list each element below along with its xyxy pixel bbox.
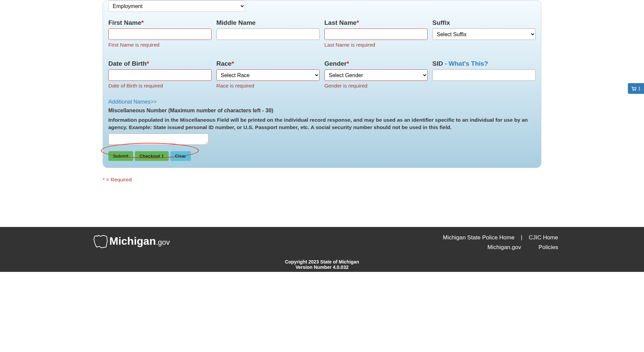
first-name-label: First Name* — [108, 19, 212, 26]
footer-copyright: Copyright 2023 State of Michigan — [0, 259, 644, 265]
first-name-error: First Name is required — [108, 42, 212, 48]
gender-select[interactable]: Select Gender — [324, 69, 428, 81]
dob-input[interactable] — [108, 69, 212, 81]
reason-select[interactable]: Employment — [108, 0, 245, 12]
cart-tab[interactable]: 1 — [628, 83, 644, 94]
footer-links: Michigan State Police Home | CJIC Home M… — [443, 233, 558, 252]
misc-label: Miscellaneous Number (Maximum number of … — [108, 108, 536, 114]
last-name-label: Last Name* — [324, 19, 428, 26]
last-name-input[interactable] — [324, 28, 428, 40]
footer-link-msp[interactable]: Michigan State Police Home — [443, 234, 515, 241]
submit-button[interactable]: Submit — [108, 151, 133, 161]
middle-name-label: Middle Name — [216, 19, 320, 26]
michigan-logo-icon — [93, 234, 108, 248]
footer: Michigan.gov Michigan State Police Home … — [0, 227, 644, 272]
suffix-label: Suffix — [432, 19, 536, 26]
checkout-button[interactable]: Checkout 1 — [135, 151, 169, 161]
cart-count: 1 — [638, 86, 641, 91]
footer-link-cjic[interactable]: CJIC Home — [529, 234, 558, 241]
sid-label: SID - What's This? — [432, 60, 536, 67]
cart-icon — [631, 86, 636, 91]
misc-textarea[interactable] — [108, 133, 209, 145]
footer-logo: Michigan.gov — [93, 234, 170, 248]
race-label: Race* — [216, 60, 320, 67]
dob-label: Date of Birth* — [108, 60, 212, 67]
sid-input[interactable] — [432, 69, 536, 81]
dob-error: Date of Birth is required — [108, 83, 212, 89]
footer-link-michigan[interactable]: Michigan.gov — [487, 244, 521, 250]
required-legend: * = Required — [103, 177, 541, 183]
footer-logo-text: Michigan.gov — [109, 235, 170, 247]
sid-whats-this-link[interactable]: - What's This? — [445, 60, 488, 67]
suffix-select[interactable]: Select Suffix — [432, 28, 536, 40]
race-error: Race is required — [216, 83, 320, 89]
last-name-error: Last Name is required — [324, 42, 428, 48]
middle-name-input[interactable] — [216, 28, 320, 40]
first-name-input[interactable] — [108, 28, 212, 40]
clear-button[interactable]: Clear — [170, 151, 191, 161]
misc-info: Information populated in the Miscellaneo… — [108, 116, 536, 131]
footer-version: Version Number 4.0.032 — [0, 265, 644, 270]
additional-names-link[interactable]: Additional Names>> — [108, 99, 157, 105]
gender-label: Gender* — [324, 60, 428, 67]
footer-link-policies[interactable]: Policies — [538, 244, 558, 250]
race-select[interactable]: Select Race — [216, 69, 320, 81]
gender-error: Gender is required — [324, 83, 428, 89]
